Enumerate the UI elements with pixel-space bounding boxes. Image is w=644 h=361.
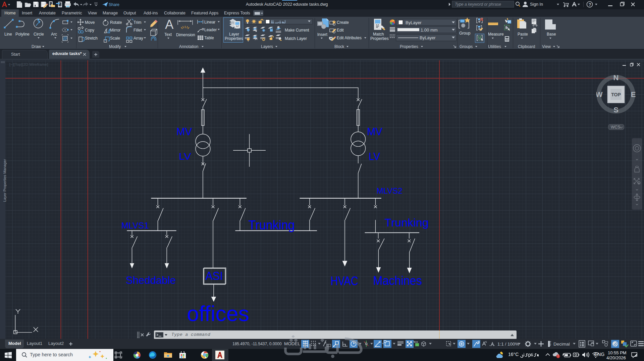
svg-text:1:1 / 100%: 1:1 / 100% <box>497 342 519 347</box>
svg-text:Sheddable: Sheddable <box>126 274 176 286</box>
svg-text:MLVS2: MLVS2 <box>377 186 402 195</box>
svg-text:LV: LV <box>179 151 191 162</box>
svg-text:ByLayer: ByLayer <box>420 35 436 40</box>
svg-text:Trunking: Trunking <box>384 216 429 229</box>
svg-text:Decimal: Decimal <box>553 342 570 347</box>
svg-text:Trunking: Trunking <box>249 218 295 232</box>
svg-text:TOP: TOP <box>611 92 621 97</box>
svg-text:ASI: ASI <box>206 269 223 282</box>
svg-text:LV: LV <box>369 151 380 162</box>
svg-text:ByLayer: ByLayer <box>406 20 422 25</box>
svg-text:N: N <box>613 75 619 82</box>
svg-text:MV: MV <box>367 125 383 138</box>
svg-text:S: S <box>613 106 619 114</box>
svg-text:1.00 mm: 1.00 mm <box>421 28 438 33</box>
svg-text:A: A <box>165 17 174 32</box>
svg-text:offices: offices <box>187 301 249 326</box>
svg-text:W: W <box>596 90 603 99</box>
svg-text:MV: MV <box>176 125 192 138</box>
svg-text:Type a keyword or phrase: Type a keyword or phrase <box>455 2 501 7</box>
svg-text:MLVS1: MLVS1 <box>121 220 149 230</box>
svg-text:Machines: Machines <box>373 274 422 288</box>
svg-text:E: E <box>631 90 636 99</box>
svg-text:Sign In: Sign In <box>530 2 543 7</box>
svg-text:HVAC: HVAC <box>331 274 358 288</box>
svg-text:?: ? <box>589 2 591 7</box>
